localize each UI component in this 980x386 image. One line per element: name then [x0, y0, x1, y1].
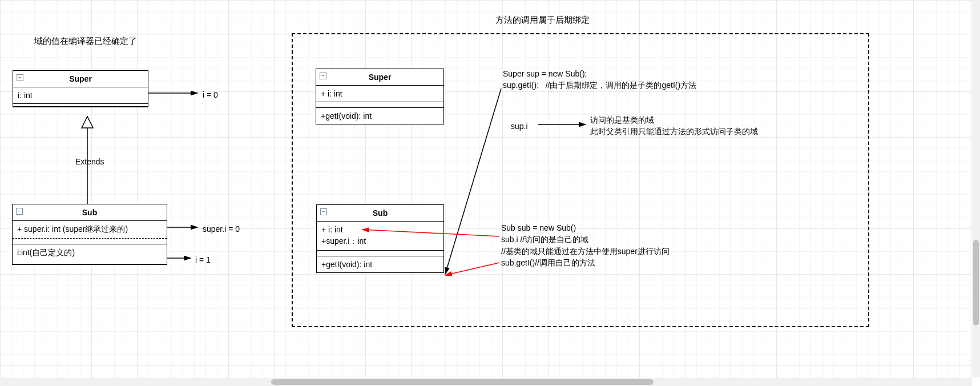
uml-divider: [13, 104, 148, 107]
code-line: Sub sub = new Sub(): [501, 223, 576, 232]
code-sub-block: Sub sub = new Sub() sub.i //访问的是自己的域 //基…: [501, 222, 670, 268]
note-line: 访问的是基类的域: [590, 115, 654, 124]
class-name: Super: [69, 74, 92, 83]
code-line: //基类的域只能通过在方法中使用super进行访问: [501, 247, 670, 256]
note-line: 此时父类引用只能通过方法的形式访问子类的域: [590, 127, 758, 136]
uml-sub-right-field2: +super.i：int: [317, 235, 443, 251]
uml-super-right-method: +getI(void): int: [316, 108, 443, 124]
horizontal-scrollbar[interactable]: [0, 378, 972, 386]
uml-sub-left-field2: i:int(自己定义的): [13, 244, 167, 262]
collapse-icon[interactable]: −: [320, 208, 327, 215]
uml-divider: [317, 251, 443, 256]
uml-super-left-title: − Super: [13, 71, 148, 87]
sup-i-note: 访问的是基类的域 此时父类引用只能通过方法的形式访问子类的域: [590, 114, 758, 138]
code-sup-decl: Super sup = new Sub(); sup.getI(); //由于后…: [503, 68, 696, 91]
scrollbar-thumb[interactable]: [973, 240, 979, 325]
uml-sub-right-method: +getI(void): int: [317, 256, 443, 272]
right-caption: 方法的调用属于后期绑定: [495, 15, 590, 26]
uml-sub-left[interactable]: − Sub + super.i: int (super继承过来的) i:int(…: [12, 204, 167, 265]
scrollbar-thumb[interactable]: [271, 379, 654, 385]
vertical-scrollbar[interactable]: [972, 0, 980, 377]
uml-sub-right[interactable]: − Sub + i: int +super.i：int +getI(void):…: [316, 204, 444, 273]
uml-divider: [13, 262, 167, 264]
label-sup-i: sup.i: [511, 120, 528, 132]
uml-super-right-title: − Super: [316, 69, 443, 86]
class-name: Sub: [82, 208, 97, 217]
code-line: Super sup = new Sub();: [503, 69, 587, 78]
uml-sub-right-title: − Sub: [317, 205, 443, 222]
uml-sub-right-field1: + i: int: [317, 222, 443, 235]
collapse-icon[interactable]: −: [320, 73, 326, 79]
uml-super-right-field: + i: int: [316, 86, 443, 102]
label-extends: Extends: [75, 156, 104, 167]
uml-sub-left-title: − Sub: [13, 204, 167, 221]
code-line: sub.getI()//调用自己的方法: [501, 258, 595, 267]
code-line: sub.i //访问的是自己的域: [501, 235, 588, 244]
uml-super-right[interactable]: − Super + i: int +getI(void): int: [316, 69, 444, 124]
uml-sub-left-field1: + super.i: int (super继承过来的): [13, 221, 167, 239]
class-name: Sub: [373, 208, 388, 218]
uml-divider: [13, 239, 167, 244]
label-i-equals-1: i = 1: [195, 254, 211, 266]
class-name: Super: [369, 73, 392, 82]
uml-super-left-field: i: int: [13, 87, 148, 104]
uml-divider: [316, 102, 443, 108]
left-caption: 域的值在编译器已经确定了: [34, 36, 137, 47]
label-i-equals-0: i = 0: [203, 89, 218, 100]
code-comment: //由于后期绑定，调用的是子类的getI()方法: [546, 81, 696, 90]
collapse-icon[interactable]: −: [16, 208, 23, 215]
collapse-icon[interactable]: −: [17, 74, 23, 81]
uml-super-left[interactable]: − Super i: int: [13, 70, 148, 107]
code-line: sup.getI();: [503, 81, 539, 90]
label-super-i: super.i = 0: [203, 223, 240, 235]
